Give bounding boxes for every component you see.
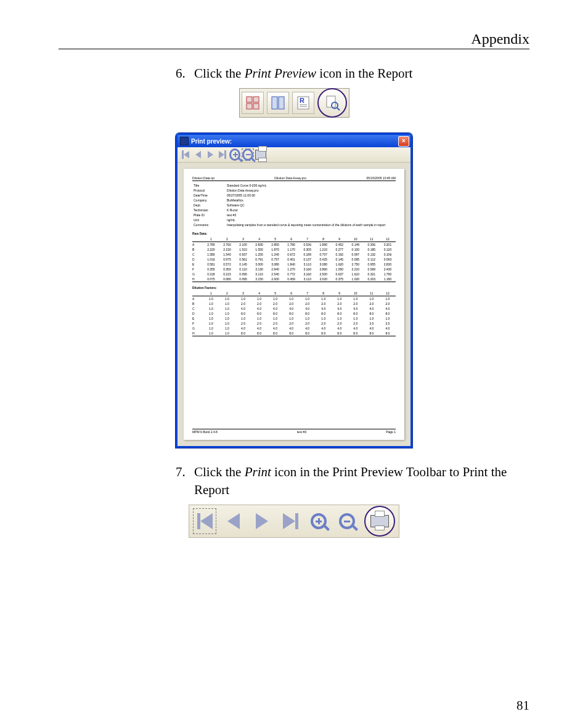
zoom-out-icon bbox=[242, 148, 253, 161]
titlebar[interactable]: Print preview: × bbox=[178, 135, 410, 147]
zoom-out-button[interactable] bbox=[242, 148, 254, 161]
step-6-prefix: Click the bbox=[194, 66, 245, 81]
next-page-button[interactable] bbox=[205, 149, 216, 160]
dilution-table: 123456789101112A1.01.01.01.01.01.01.01.0… bbox=[192, 291, 396, 336]
close-button[interactable]: × bbox=[398, 136, 409, 147]
step-7-italic: Print bbox=[245, 465, 271, 479]
svg-rect-5 bbox=[279, 97, 284, 109]
raw-data-label: Raw Data: bbox=[192, 232, 396, 235]
app-icon bbox=[180, 137, 189, 145]
page-header: Appendix bbox=[59, 31, 529, 49]
report-icon: R bbox=[296, 96, 310, 110]
prev-page-button[interactable] bbox=[223, 509, 245, 533]
print-button[interactable] bbox=[364, 506, 395, 537]
last-page-button[interactable] bbox=[279, 509, 301, 533]
raw-data-table: 123456789101112A2.7802.7602.1002.8302.85… bbox=[192, 237, 396, 282]
close-icon: × bbox=[402, 137, 406, 144]
report-toolbar: R bbox=[239, 88, 349, 118]
last-page-button[interactable] bbox=[217, 149, 228, 160]
step-6-number: 6. bbox=[176, 65, 194, 82]
report-button[interactable]: R bbox=[292, 92, 314, 114]
step-7-number: 7. bbox=[176, 463, 194, 498]
print-preview-window: Print preview: × Dilution Data.rpt Dilut… bbox=[176, 133, 412, 448]
report-page: Dilution Data.rpt Dilution Data Assay.pr… bbox=[184, 169, 404, 440]
svg-line-12 bbox=[337, 108, 340, 110]
print-button[interactable] bbox=[255, 149, 266, 160]
step-7-prefix: Click the bbox=[194, 465, 245, 479]
svg-rect-3 bbox=[253, 103, 259, 109]
first-page-button[interactable] bbox=[193, 508, 216, 534]
report-footer-right: Page 1 bbox=[386, 430, 396, 434]
step-6-italic: Print Preview bbox=[245, 66, 316, 81]
zoom-out-icon bbox=[339, 513, 355, 529]
first-page-button[interactable] bbox=[180, 149, 191, 160]
zoom-in-button[interactable] bbox=[229, 149, 240, 160]
column-layout-button[interactable] bbox=[267, 92, 289, 114]
page-number: 81 bbox=[59, 698, 529, 713]
table-layout-button[interactable] bbox=[242, 92, 264, 114]
svg-rect-2 bbox=[247, 103, 252, 109]
report-header-right: 05/15/2005 10:45 AM bbox=[366, 176, 396, 180]
zoom-in-icon bbox=[229, 148, 240, 161]
zoom-in-icon bbox=[311, 513, 327, 529]
column-layout-icon bbox=[271, 96, 285, 110]
zoom-out-button[interactable] bbox=[336, 509, 358, 533]
report-header-center: Dilution Data Assay.pro bbox=[274, 176, 306, 180]
svg-rect-1 bbox=[253, 97, 259, 102]
svg-rect-10 bbox=[327, 96, 335, 107]
step-7: 7. Click the Print icon in the Print Pre… bbox=[176, 463, 529, 498]
zoom-in-button[interactable] bbox=[308, 509, 330, 533]
report-header-left: Dilution Data.rpt bbox=[192, 176, 214, 180]
report-footer-left: MPM 6 Build 2.4.8 bbox=[192, 430, 218, 434]
step-6: 6. Click the Print Preview icon in the R… bbox=[176, 65, 529, 82]
prev-page-button[interactable] bbox=[192, 149, 203, 160]
table-layout-icon bbox=[246, 96, 259, 110]
step-6-suffix: icon in the Report bbox=[316, 66, 412, 81]
printer-icon bbox=[255, 150, 266, 160]
print-preview-button[interactable] bbox=[317, 88, 347, 118]
report-meta: TitleStandard Curve 0-200 ng/mLProtocolD… bbox=[192, 182, 389, 228]
preview-toolbar-large bbox=[189, 505, 399, 538]
dilution-label: Dilution Factors: bbox=[192, 286, 396, 290]
report-footer-center: test #3 bbox=[297, 430, 306, 434]
svg-rect-0 bbox=[247, 97, 252, 102]
print-preview-icon bbox=[324, 95, 340, 111]
window-title: Print preview: bbox=[191, 138, 232, 145]
svg-rect-4 bbox=[272, 97, 277, 109]
next-page-button[interactable] bbox=[251, 509, 273, 533]
svg-text:R: R bbox=[300, 97, 304, 104]
printer-icon bbox=[370, 515, 389, 527]
step-7-text: Click the Print icon in the Print Previe… bbox=[194, 463, 529, 498]
step-6-text: Click the Print Preview icon in the Repo… bbox=[194, 65, 529, 82]
preview-toolbar bbox=[178, 147, 410, 163]
